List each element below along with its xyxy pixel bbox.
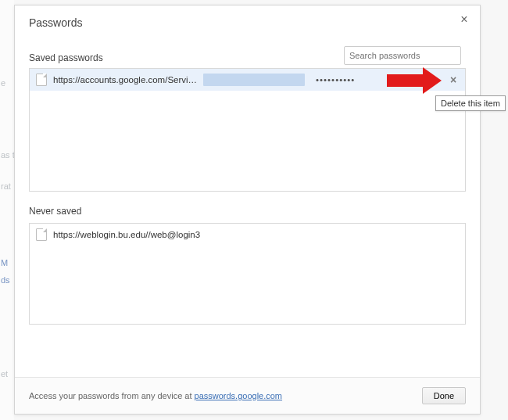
delete-tooltip: Delete this item <box>435 95 506 111</box>
search-wrap <box>344 46 461 65</box>
search-input[interactable] <box>344 46 461 65</box>
passwords-dialog: Passwords × Saved passwords https://acco… <box>14 5 481 415</box>
never-saved-label: Never saved <box>15 206 480 217</box>
background-sidebar-sliver: e as t rat M ds et <box>0 0 14 420</box>
never-saved-row[interactable]: https://weblogin.bu.edu//web@login3 <box>30 224 465 246</box>
delete-entry-button[interactable]: × <box>446 73 460 87</box>
dialog-footer: Access your passwords from any device at… <box>15 377 480 414</box>
footer-text: Access your passwords from any device at… <box>29 391 282 400</box>
saved-passwords-list: https://accounts.google.com/Servic… ••••… <box>29 68 466 192</box>
saved-password-row[interactable]: https://accounts.google.com/Servic… ••••… <box>30 69 465 91</box>
passwords-google-link[interactable]: passwords.google.com <box>195 391 283 400</box>
dialog-title: Passwords <box>15 5 480 35</box>
page-icon <box>36 74 47 86</box>
done-button[interactable]: Done <box>422 387 466 404</box>
password-masked: •••••••••• <box>316 75 394 84</box>
page-icon <box>36 228 47 241</box>
never-saved-list: https://weblogin.bu.edu//web@login3 <box>29 223 466 325</box>
site-url: https://weblogin.bu.edu//web@login3 <box>53 230 460 239</box>
username-masked <box>203 74 305 86</box>
site-url: https://accounts.google.com/Servic… <box>53 75 200 84</box>
close-icon[interactable]: × <box>456 12 472 27</box>
